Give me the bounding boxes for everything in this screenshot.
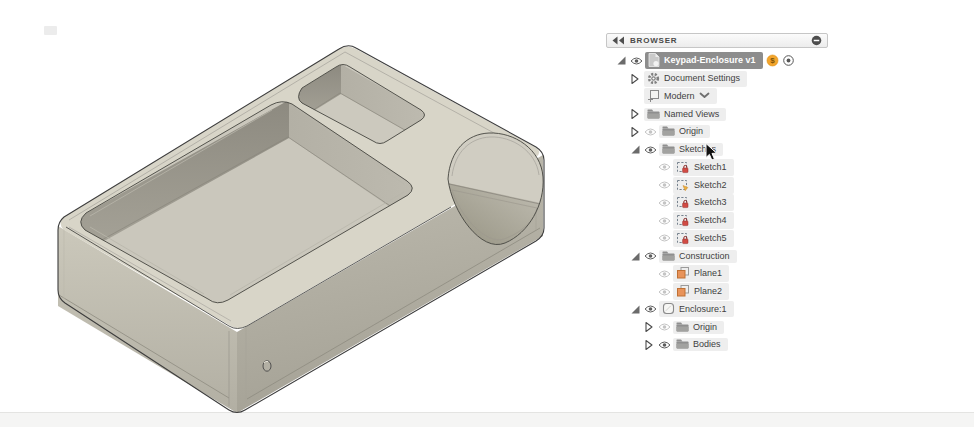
browser-row-keypad-enclosure[interactable]: Keypad-Enclosure v1 $: [606, 52, 828, 70]
folder-icon: [676, 322, 689, 332]
browser-row-origin[interactable]: Origin: [606, 123, 828, 141]
selected-design-pill[interactable]: Keypad-Enclosure v1: [645, 52, 763, 69]
sketch-locked-icon: [676, 195, 690, 209]
component-cube-icon: [662, 302, 675, 315]
eye-visible-icon[interactable]: [658, 340, 673, 350]
browser-title: BROWSER: [630, 36, 677, 45]
minus-circle-icon[interactable]: [811, 35, 822, 46]
folder-icon: [647, 109, 660, 119]
disclosure-expanded-icon[interactable]: [630, 251, 644, 262]
eye-hidden-icon[interactable]: [658, 162, 673, 172]
browser-panel: BROWSER Keypad-Enclosure v1: [606, 33, 828, 48]
browser-row-sketch4[interactable]: Sketch4: [606, 212, 828, 230]
design-name: Keypad-Enclosure v1: [664, 55, 756, 65]
browser-header: BROWSER: [606, 33, 828, 48]
folder-icon: [676, 339, 689, 349]
eye-visible-icon[interactable]: [644, 251, 659, 261]
browser-row-plane1[interactable]: Plane1: [606, 265, 828, 283]
design-document-icon: [648, 53, 660, 67]
eye-hidden-icon[interactable]: [658, 180, 673, 190]
browser-row-plane2[interactable]: Plane2: [606, 283, 828, 301]
browser-tree: Keypad-Enclosure v1 $: [606, 52, 828, 354]
folder-icon: [662, 144, 675, 154]
browser-row-sketch2[interactable]: Sketch2: [606, 176, 828, 194]
eye-visible-icon[interactable]: [644, 145, 659, 155]
collapse-panel-icon[interactable]: [612, 36, 625, 45]
eye-hidden-icon[interactable]: [658, 233, 673, 243]
browser-row-origin-2[interactable]: Origin: [606, 318, 828, 336]
front-face-hole[interactable]: [263, 361, 271, 371]
disclosure-expanded-icon[interactable]: [616, 55, 630, 66]
eye-hidden-icon[interactable]: [658, 287, 673, 297]
disclosure-collapsed-icon[interactable]: [630, 73, 644, 85]
disclosure-expanded-icon[interactable]: [630, 144, 644, 155]
fusion360-canvas: BROWSER Keypad-Enclosure v1: [0, 0, 974, 427]
eye-hidden-icon[interactable]: [658, 322, 673, 332]
svg-text:$: $: [770, 57, 775, 66]
eye-visible-icon[interactable]: [630, 56, 645, 66]
browser-row-sketch5[interactable]: Sketch5: [606, 230, 828, 248]
eye-hidden-icon[interactable]: [658, 269, 673, 279]
eye-hidden-icon[interactable]: [644, 127, 659, 137]
sketch-locked-icon: [676, 231, 690, 245]
eye-visible-icon[interactable]: [644, 304, 659, 314]
browser-row-enclosure-component[interactable]: Enclosure:1: [606, 301, 828, 319]
eye-hidden-icon[interactable]: [658, 216, 673, 226]
browser-row-named-views[interactable]: Named Views: [606, 105, 828, 123]
gear-icon: [647, 72, 660, 85]
disclosure-collapsed-icon[interactable]: [630, 126, 644, 138]
browser-row-construction[interactable]: Construction: [606, 247, 828, 265]
construction-plane-icon: [676, 284, 690, 298]
unsaved-badge-icon: $: [766, 54, 779, 67]
enclosure-body[interactable]: [58, 46, 545, 413]
browser-row-sketch3[interactable]: Sketch3: [606, 194, 828, 212]
eye-hidden-icon[interactable]: [658, 198, 673, 208]
chevron-down-icon[interactable]: [699, 92, 710, 99]
mouse-cursor: [705, 143, 718, 165]
sketch-locked-icon: [676, 213, 690, 227]
sketch-unconstrained-icon: [676, 178, 690, 192]
disclosure-collapsed-icon[interactable]: [644, 339, 658, 351]
browser-row-document-settings[interactable]: Document Settings: [606, 70, 828, 88]
disclosure-expanded-icon[interactable]: [630, 304, 644, 315]
sketch-locked-icon: [676, 160, 690, 174]
disclosure-collapsed-icon[interactable]: [644, 321, 658, 333]
disclosure-collapsed-icon[interactable]: [630, 108, 644, 120]
folder-icon: [662, 251, 675, 261]
activate-component-radio-icon[interactable]: [782, 54, 795, 67]
browser-row-modern-dropdown[interactable]: Modern: [606, 88, 828, 106]
model-viewport[interactable]: [0, 0, 590, 427]
folder-icon: [662, 126, 675, 136]
browser-row-bodies[interactable]: Bodies: [606, 336, 828, 354]
construction-plane-icon: [676, 266, 690, 280]
units-square-icon: [647, 89, 660, 102]
